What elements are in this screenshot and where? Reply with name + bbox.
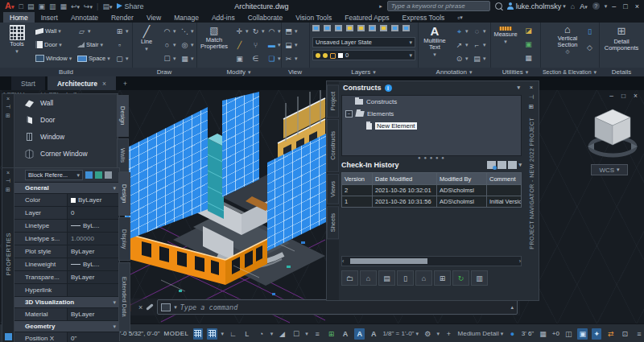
tab-insert[interactable]: Insert bbox=[35, 12, 64, 23]
prop-row-linetype[interactable]: Linetype ByL... bbox=[14, 219, 119, 232]
annotation-visibility-toggle[interactable]: A bbox=[341, 328, 351, 340]
workspace-switching-icon[interactable]: ⚙ bbox=[423, 328, 433, 340]
prop-row-linetype-scale[interactable]: Linetype s... 1.00000 bbox=[14, 232, 119, 245]
save-icon[interactable]: ▣ bbox=[38, 2, 45, 10]
grid-toggle[interactable] bbox=[193, 328, 204, 340]
stair-button[interactable]: Stair▾ bbox=[77, 41, 103, 48]
detail-components-button[interactable]: ⊞ Detail Components bbox=[604, 25, 639, 52]
quick-select-icon[interactable] bbox=[85, 171, 93, 179]
units-icon[interactable]: ● bbox=[507, 328, 518, 340]
clip-button[interactable]: ✂▾ bbox=[284, 55, 298, 63]
window-button[interactable]: Window▾ bbox=[35, 55, 72, 62]
prop-row-color[interactable]: Color ByLayer bbox=[14, 193, 119, 206]
navigator-tab-project[interactable]: Project bbox=[327, 84, 339, 117]
cmd-expand-icon[interactable]: ▴ bbox=[510, 304, 514, 311]
layer-on-icon[interactable] bbox=[316, 53, 320, 58]
prop-row-position-x[interactable]: Position X 0" bbox=[14, 332, 119, 342]
grid-assembly-button[interactable]: ⊞▾ bbox=[115, 27, 129, 35]
properties-palette-icon[interactable] bbox=[5, 333, 12, 340]
open-icon[interactable]: ▤ bbox=[27, 2, 35, 10]
chart-icon[interactable]: ▥ bbox=[471, 270, 488, 286]
rotate-button[interactable]: ↻▾ bbox=[251, 27, 265, 35]
layer-thaw-icon[interactable] bbox=[323, 53, 328, 58]
account-menu[interactable]: luke.cholmsky ▾ bbox=[507, 2, 566, 10]
lineweight-toggle[interactable]: ≡ bbox=[312, 328, 323, 340]
prop-row-material[interactable]: Material ByLayer bbox=[14, 307, 119, 320]
close-button[interactable]: × bbox=[635, 2, 639, 10]
circle-button[interactable]: ○▾ bbox=[163, 41, 176, 49]
autodesk-icon[interactable]: A▾ bbox=[580, 2, 588, 10]
help-icon[interactable]: ? bbox=[592, 2, 600, 10]
info-icon[interactable]: i bbox=[385, 84, 392, 92]
properties-autohide-icon[interactable]: ⊣ bbox=[6, 178, 10, 184]
palette-close-icon[interactable]: × bbox=[6, 96, 10, 101]
current-layer-dropdown[interactable]: 0▾ bbox=[312, 50, 415, 60]
elevation-button[interactable]: ▯ bbox=[585, 27, 594, 35]
tab-annotate[interactable]: Annotate bbox=[64, 12, 105, 23]
tool-corner-window[interactable]: Corner Window bbox=[14, 145, 118, 162]
undo-icon[interactable]: ↩▾ bbox=[71, 2, 80, 10]
select-similar-button[interactable]: ▣ bbox=[524, 40, 533, 48]
command-input[interactable]: ▾ Type a command ▴ bbox=[157, 299, 518, 315]
properties-menu-icon[interactable]: ⊞ bbox=[6, 187, 10, 193]
refresh-icon[interactable]: ↻ bbox=[452, 270, 469, 286]
layer-state-dropdown[interactable]: Unsaved Layer State▾ bbox=[312, 37, 415, 47]
cmd-close-icon[interactable]: × bbox=[138, 303, 142, 311]
scrollbar-thumb[interactable] bbox=[350, 258, 427, 264]
tool-door[interactable]: Door bbox=[14, 111, 118, 128]
section-geometry[interactable]: Geometry▾ bbox=[14, 320, 119, 332]
minimize-button[interactable]: – bbox=[612, 2, 616, 10]
search-input[interactable]: Type a keyword or phrase bbox=[387, 1, 490, 11]
scroll-left-icon[interactable]: ‹ bbox=[342, 258, 344, 264]
navigator-tab-sheets[interactable]: Sheets bbox=[327, 206, 339, 239]
tag-button[interactable]: ⌐▾ bbox=[473, 41, 486, 49]
wall-button[interactable]: Wall▾ bbox=[35, 27, 61, 35]
layer-state-icon[interactable] bbox=[402, 25, 410, 31]
tab-start[interactable]: Start bbox=[11, 76, 45, 90]
collapse-icon[interactable]: − bbox=[345, 110, 353, 117]
match-properties-button[interactable]: ▧ Match Properties bbox=[198, 25, 230, 50]
ortho-toggle[interactable]: L bbox=[242, 328, 253, 340]
roof-slab-button[interactable]: ▱▾ bbox=[77, 27, 91, 35]
quickcalc-button[interactable]: ▦ bbox=[524, 54, 533, 62]
leader-button[interactable]: ↗▾ bbox=[455, 41, 469, 49]
palette-autohide-icon[interactable]: ⊣ bbox=[6, 104, 10, 110]
navigator-autohide-icon[interactable]: ⊣ bbox=[529, 93, 535, 101]
detail-level-dropdown[interactable]: Medium Detail▾ bbox=[458, 330, 504, 337]
saveas-icon[interactable]: ▥ bbox=[49, 2, 56, 10]
new-icon[interactable]: □ bbox=[19, 2, 23, 10]
infer-constraints-toggle[interactable]: ∟ bbox=[228, 328, 238, 340]
arc-button[interactable]: ◠▾ bbox=[163, 27, 176, 35]
add-category-icon[interactable]: 🗀 bbox=[341, 270, 358, 286]
drawing-close-icon[interactable]: × bbox=[634, 92, 638, 100]
history-menu-icon[interactable]: ▾ bbox=[518, 162, 522, 168]
tab-render[interactable]: Render bbox=[105, 12, 140, 23]
plot-icon[interactable]: ▦ bbox=[60, 2, 67, 10]
tab-featured-apps[interactable]: Featured Apps bbox=[338, 12, 395, 23]
tree-item-constructs[interactable]: Constructs bbox=[342, 96, 521, 108]
fillet-button[interactable]: ◠▾ bbox=[267, 27, 281, 35]
trim-button[interactable]: ∈ bbox=[251, 55, 260, 63]
viewcube[interactable] bbox=[584, 95, 641, 169]
palette-tab-design[interactable]: Design bbox=[117, 95, 129, 137]
workspace-icon[interactable]: ▤▾ bbox=[102, 2, 112, 10]
scroll-right-icon[interactable]: › bbox=[519, 258, 521, 264]
table-button[interactable]: ▤▾ bbox=[473, 55, 486, 63]
isolate-objects-toggle[interactable]: ▣ bbox=[577, 328, 588, 340]
model-space-toggle[interactable]: MODEL bbox=[164, 330, 189, 337]
properties-close-icon[interactable]: × bbox=[6, 170, 10, 175]
tab-vision-tools[interactable]: Vision Tools bbox=[289, 12, 338, 23]
solid-button[interactable]: ▢▾ bbox=[115, 55, 129, 63]
tab-home[interactable]: Home bbox=[3, 12, 35, 23]
selection-dropdown[interactable]: Block Refere...▾ bbox=[25, 170, 83, 180]
navigator-menu-icon[interactable]: ⊞ bbox=[529, 103, 534, 110]
model-icon[interactable]: ⌂ bbox=[415, 270, 432, 286]
array-button[interactable]: ❏▾ bbox=[267, 55, 281, 63]
add-element-icon[interactable]: ▤ bbox=[378, 270, 395, 286]
object-snap-tracking-toggle[interactable]: ⊞ bbox=[326, 328, 336, 340]
layer-isolate-icon[interactable] bbox=[335, 25, 342, 31]
prop-row-layer[interactable]: Layer 0 bbox=[14, 206, 119, 219]
annotation-scale-icon[interactable]: A bbox=[369, 328, 379, 340]
explode-button[interactable]: ▣ bbox=[235, 55, 244, 63]
navigator-tab-views[interactable]: Views bbox=[327, 174, 339, 204]
